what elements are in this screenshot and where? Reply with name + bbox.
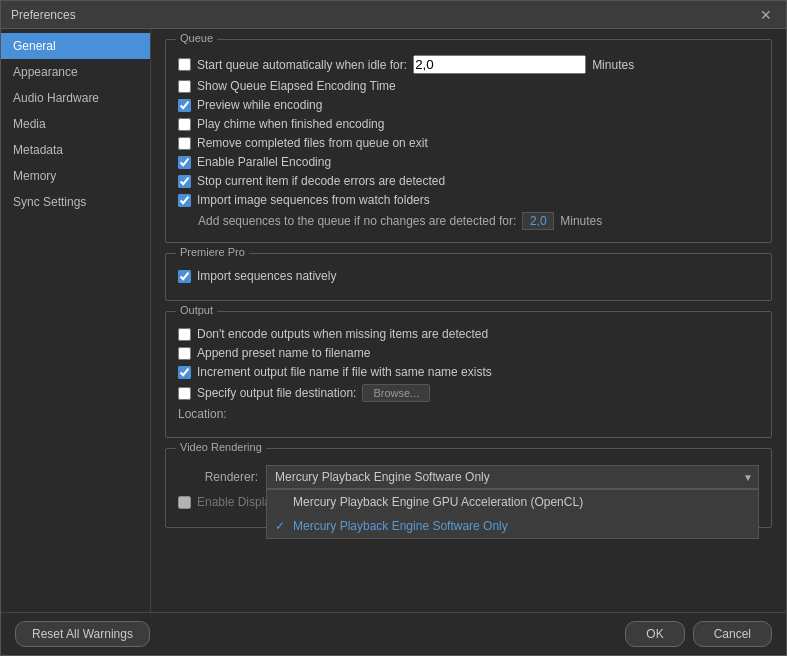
sidebar-item-audio-hardware[interactable]: Audio Hardware	[1, 85, 150, 111]
footer-actions: OK Cancel	[625, 621, 772, 647]
checkbox-start-queue[interactable]	[178, 58, 191, 71]
queue-item-import-sequences: Import image sequences from watch folder…	[178, 193, 759, 207]
dialog-title: Preferences	[11, 8, 76, 22]
checkbox-import-sequences[interactable]	[178, 194, 191, 207]
queue-section: QueueStart queue automatically when idle…	[165, 39, 772, 243]
label-append-preset: Append preset name to filename	[197, 346, 370, 360]
add-sequence-label: Add sequences to the queue if no changes…	[198, 214, 516, 228]
renderer-select-wrapper: Mercury Playback Engine GPU Acceleration…	[266, 465, 759, 489]
checkbox-preview-encoding[interactable]	[178, 99, 191, 112]
video-rendering-section: Video RenderingRenderer:Mercury Playback…	[165, 448, 772, 528]
premiere-pro-section: Premiere ProImport sequences natively	[165, 253, 772, 301]
checkmark-software: ✓	[275, 519, 289, 533]
sidebar-item-general[interactable]: General	[1, 33, 150, 59]
queue-item-play-chime: Play chime when finished encoding	[178, 117, 759, 131]
sidebar-item-appearance[interactable]: Appearance	[1, 59, 150, 85]
label-show-queue-elapsed: Show Queue Elapsed Encoding Time	[197, 79, 396, 93]
add-sequence-row: Add sequences to the queue if no changes…	[198, 212, 759, 230]
sidebar-item-memory[interactable]: Memory	[1, 163, 150, 189]
option-label-software: Mercury Playback Engine Software Only	[293, 519, 508, 533]
footer: Reset All Warnings OK Cancel	[1, 612, 786, 655]
label-dont-encode-missing: Don't encode outputs when missing items …	[197, 327, 488, 341]
renderer-select[interactable]: Mercury Playback Engine GPU Acceleration…	[266, 465, 759, 489]
sidebar-item-metadata[interactable]: Metadata	[1, 137, 150, 163]
checkbox-play-chime[interactable]	[178, 118, 191, 131]
queue-item-enable-parallel: Enable Parallel Encoding	[178, 155, 759, 169]
renderer-dropdown-container: Mercury Playback Engine GPU Acceleration…	[266, 465, 759, 489]
checkbox-remove-completed[interactable]	[178, 137, 191, 150]
dropdown-option-software[interactable]: ✓Mercury Playback Engine Software Only	[267, 514, 758, 538]
queue-item-stop-decode-errors: Stop current item if decode errors are d…	[178, 174, 759, 188]
renderer-row: Renderer:Mercury Playback Engine GPU Acc…	[178, 465, 759, 489]
label-enable-parallel: Enable Parallel Encoding	[197, 155, 331, 169]
close-button[interactable]: ✕	[756, 6, 776, 24]
label-remove-completed: Remove completed files from queue on exi…	[197, 136, 428, 150]
label-increment-output: Increment output file name if file with …	[197, 365, 492, 379]
label-stop-decode-errors: Stop current item if decode errors are d…	[197, 174, 445, 188]
option-label-gpu: Mercury Playback Engine GPU Acceleration…	[293, 495, 583, 509]
browse-button[interactable]: Browse...	[362, 384, 430, 402]
title-bar: Preferences ✕	[1, 1, 786, 29]
output-section: OutputDon't encode outputs when missing …	[165, 311, 772, 438]
label-start-queue: Start queue automatically when idle for:	[197, 58, 407, 72]
add-sequence-unit: Minutes	[560, 214, 602, 228]
queue-item-show-queue-elapsed: Show Queue Elapsed Encoding Time	[178, 79, 759, 93]
queue-item-preview-encoding: Preview while encoding	[178, 98, 759, 112]
checkbox-increment-output[interactable]	[178, 366, 191, 379]
queue-section-title: Queue	[176, 32, 217, 44]
queue-item-remove-completed: Remove completed files from queue on exi…	[178, 136, 759, 150]
label-import-sequences: Import image sequences from watch folder…	[197, 193, 430, 207]
renderer-label: Renderer:	[178, 470, 258, 484]
output-item-append-preset: Append preset name to filename	[178, 346, 759, 360]
pp-item-import-natively: Import sequences natively	[178, 269, 759, 283]
checkbox-dont-encode-missing[interactable]	[178, 328, 191, 341]
display-color-checkbox[interactable]	[178, 496, 191, 509]
checkbox-import-natively[interactable]	[178, 270, 191, 283]
reset-warnings-button[interactable]: Reset All Warnings	[15, 621, 150, 647]
add-sequence-minutes-input[interactable]	[522, 212, 554, 230]
premiere-pro-section-title: Premiere Pro	[176, 246, 249, 258]
checkbox-append-preset[interactable]	[178, 347, 191, 360]
label-specify-destination: Specify output file destination:	[197, 386, 356, 400]
idle-minutes-unit: Minutes	[592, 58, 634, 72]
sidebar-item-media[interactable]: Media	[1, 111, 150, 137]
checkbox-specify-destination[interactable]	[178, 387, 191, 400]
output-section-title: Output	[176, 304, 217, 316]
checkbox-stop-decode-errors[interactable]	[178, 175, 191, 188]
checkbox-show-queue-elapsed[interactable]	[178, 80, 191, 93]
output-item-increment-output: Increment output file name if file with …	[178, 365, 759, 379]
main-panel: QueueStart queue automatically when idle…	[151, 29, 786, 612]
queue-item-start-queue: Start queue automatically when idle for:…	[178, 55, 759, 74]
location-label: Location:	[178, 407, 227, 421]
dropdown-option-gpu[interactable]: Mercury Playback Engine GPU Acceleration…	[267, 490, 758, 514]
checkbox-enable-parallel[interactable]	[178, 156, 191, 169]
output-item-dont-encode-missing: Don't encode outputs when missing items …	[178, 327, 759, 341]
ok-button[interactable]: OK	[625, 621, 684, 647]
location-row: Location:	[178, 407, 759, 421]
renderer-dropdown-menu: Mercury Playback Engine GPU Acceleration…	[266, 489, 759, 539]
video-rendering-section-title: Video Rendering	[176, 441, 266, 453]
sidebar: GeneralAppearanceAudio HardwareMediaMeta…	[1, 29, 151, 612]
preferences-dialog: Preferences ✕ GeneralAppearanceAudio Har…	[0, 0, 787, 656]
label-preview-encoding: Preview while encoding	[197, 98, 322, 112]
sidebar-item-sync-settings[interactable]: Sync Settings	[1, 189, 150, 215]
label-play-chime: Play chime when finished encoding	[197, 117, 384, 131]
content-area: GeneralAppearanceAudio HardwareMediaMeta…	[1, 29, 786, 612]
cancel-button[interactable]: Cancel	[693, 621, 772, 647]
idle-minutes-input[interactable]	[413, 55, 586, 74]
output-item-specify-destination: Specify output file destination:Browse..…	[178, 384, 759, 402]
label-import-natively: Import sequences natively	[197, 269, 336, 283]
